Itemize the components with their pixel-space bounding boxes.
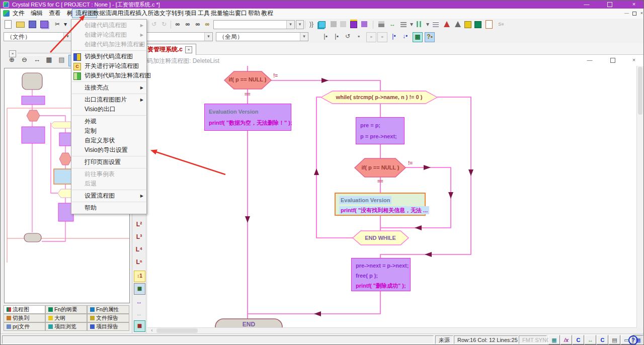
overview-zoom-in-icon[interactable]: ⊕ bbox=[7, 55, 17, 65]
menu-view[interactable]: 查看 bbox=[46, 9, 64, 18]
menu-item-create-comment-flowchart[interactable]: 创建评论流程图▶ bbox=[71, 30, 146, 40]
status-document-button[interactable]: ▤ bbox=[609, 335, 620, 344]
org-chart-icon[interactable] bbox=[463, 20, 472, 29]
margin-right-icon[interactable]: |▪ bbox=[332, 32, 341, 41]
level-3-icon[interactable]: L³ bbox=[134, 232, 144, 242]
global-scope-combobox[interactable]: （全局） ▾ bbox=[216, 32, 308, 41]
canvas-horizontal-scrollbar[interactable]: ‹ bbox=[147, 327, 636, 333]
collapse-vertical-icon[interactable]: ↓• bbox=[400, 32, 410, 41]
find-previous-icon[interactable]: ∞ bbox=[183, 20, 192, 29]
grid-dropdown-icon[interactable]: ▾ bbox=[424, 20, 431, 29]
tab-project-browse[interactable]: 项目浏览 bbox=[45, 322, 87, 331]
window-minimize-button[interactable]: — bbox=[576, 1, 597, 9]
window-close-button[interactable]: × bbox=[623, 1, 644, 9]
menu-item-create-annotated-flowchart[interactable]: 创建代码加注释流程图▶ bbox=[71, 40, 146, 49]
overview-pan-icon-disabled[interactable]: ↔ bbox=[32, 55, 42, 65]
menu-item-create-code-flowchart[interactable]: 创建代码流程图▶ bbox=[71, 21, 146, 30]
menu-item-visio-export[interactable]: Visio的出口 bbox=[71, 105, 146, 114]
align-center-icon[interactable]: ▫ bbox=[366, 32, 376, 42]
menu-item-flowchart-settings[interactable]: 设置流程图▶ bbox=[71, 191, 146, 201]
report-doc-icon[interactable] bbox=[485, 20, 494, 29]
status-grid-view-button[interactable]: ▦ bbox=[548, 335, 560, 344]
call-tree-icon[interactable] bbox=[442, 20, 451, 29]
new-file-icon[interactable] bbox=[4, 20, 13, 29]
tab-flowchart[interactable]: 流程图 bbox=[4, 305, 45, 314]
cut-icon[interactable]: ✂ bbox=[53, 20, 62, 29]
tab-file-report[interactable]: 文件报告 bbox=[87, 314, 129, 322]
doc-restore-button[interactable] bbox=[606, 56, 619, 64]
end-while-label[interactable]: END WHILE bbox=[350, 235, 411, 241]
document-tab-close-icon[interactable]: × bbox=[185, 46, 192, 53]
list-options-icon[interactable] bbox=[399, 20, 408, 29]
tab-fn-properties[interactable]: Fn的属性 bbox=[87, 305, 129, 314]
fit-page-disabled-icon[interactable]: ↔ bbox=[134, 309, 144, 319]
menu-item-appearance[interactable]: 外观 bbox=[71, 117, 146, 126]
tree-view-icon[interactable] bbox=[349, 20, 358, 29]
eval-printf-node-2-selected[interactable]: Evaluation Version printf( "没有找到相关信息，无法 … bbox=[335, 193, 426, 216]
canvas-vertical-scrollbar[interactable] bbox=[636, 66, 643, 327]
tab-outline[interactable]: 大纲 bbox=[45, 314, 87, 322]
overview-grid-icon-disabled[interactable]: ▦ bbox=[44, 55, 54, 65]
end-label[interactable]: END bbox=[217, 321, 280, 327]
braces-tool-icon[interactable]: )} bbox=[307, 20, 316, 29]
block-icon[interactable]: ▪ bbox=[354, 32, 363, 41]
file-scope-combobox[interactable]: （文件） ▾ bbox=[4, 32, 72, 41]
mdi-restore-button[interactable] bbox=[631, 10, 637, 17]
status-expression-button[interactable]: /x bbox=[560, 335, 572, 344]
menu-item-visio-export-settings[interactable]: Visio的导出设置 bbox=[71, 145, 146, 155]
symbol-combobox[interactable]: ▾ bbox=[146, 32, 213, 41]
print-preview-icon[interactable]: ▤ bbox=[56, 55, 67, 65]
find-icon[interactable]: ∞ bbox=[193, 20, 202, 29]
search-history-dropdown[interactable]: ▾ bbox=[296, 20, 304, 29]
margin-left-icon[interactable]: |▪ bbox=[321, 32, 330, 41]
open-file-icon[interactable] bbox=[16, 20, 25, 29]
level-n-icon[interactable]: Lⁿ bbox=[134, 257, 144, 268]
doc-close-button[interactable]: × bbox=[627, 56, 640, 64]
mdi-close-button[interactable]: × bbox=[638, 10, 644, 17]
chart-tool-icon[interactable] bbox=[377, 20, 386, 29]
menu-item-back[interactable]: 后退 bbox=[71, 179, 146, 189]
grid-options-icon[interactable] bbox=[415, 20, 424, 29]
vertical-scroll-thumb[interactable] bbox=[638, 67, 642, 115]
menu-file[interactable]: 文件 bbox=[10, 9, 28, 18]
find-in-files-icon[interactable]: ∞ bbox=[203, 20, 212, 29]
overview-zoom-out-icon[interactable]: ⊖ bbox=[19, 55, 30, 65]
tab-fn-outline[interactable]: Fn的纲要 bbox=[45, 305, 87, 314]
level-4-icon[interactable]: L⁴ bbox=[134, 244, 144, 255]
tab-prj-files[interactable]: prj文件 bbox=[4, 322, 45, 331]
if1-label[interactable]: if( p == NULL ) bbox=[212, 76, 283, 82]
menu-item-print-page-setup[interactable]: 打印页面设置 bbox=[71, 157, 146, 167]
menu-item-goto-case-list[interactable]: 前往事例表 bbox=[71, 169, 146, 179]
save-all-icon[interactable] bbox=[40, 20, 49, 29]
list-dropdown-icon[interactable]: ▾ bbox=[408, 20, 415, 29]
search-dropdown-arrow[interactable]: ▾ bbox=[286, 21, 294, 29]
status-code-flowchart-button[interactable]: C bbox=[597, 335, 608, 344]
menu-item-toggle-comment-flowchart[interactable]: C开关进行评论流程图 bbox=[71, 61, 146, 71]
tab-project-report[interactable]: 项目报告 bbox=[87, 322, 129, 331]
assign-node[interactable]: pre = p; p = pre->next; bbox=[356, 117, 405, 144]
mdi-minimize-button[interactable]: — bbox=[623, 10, 630, 17]
horizontal-scroll-thumb[interactable] bbox=[156, 328, 198, 333]
menu-item-export-flowchart-picture[interactable]: 出口流程图图片▶ bbox=[71, 95, 146, 105]
tab-switch-to[interactable]: 切换到 bbox=[4, 314, 45, 322]
doc-minimize-button[interactable]: — bbox=[583, 56, 596, 64]
save-file-icon[interactable] bbox=[28, 20, 37, 29]
symbol-dropdown-arrow[interactable]: ▾ bbox=[204, 33, 212, 41]
eval-printf-node-1[interactable]: Evaluation Version printf( "数据为空，无法删除！" … bbox=[204, 104, 291, 131]
export-image-icon[interactable]: ▦ bbox=[134, 283, 145, 295]
menu-item-help[interactable]: 帮助 bbox=[71, 203, 146, 213]
tree-collapse-icon[interactable] bbox=[360, 20, 369, 29]
menu-item-customize[interactable]: 定制 bbox=[71, 126, 146, 136]
stop-icon[interactable] bbox=[329, 20, 338, 29]
menu-item-switch-code-flowchart[interactable]: 切换到代码流程图 bbox=[71, 52, 146, 61]
menu-item-custom-shapes[interactable]: 自定义形状 bbox=[71, 136, 146, 145]
if2-label[interactable]: if( p == NULL ) bbox=[346, 164, 415, 170]
while-label[interactable]: while( strcmp( p->name, n ) != 0 ) bbox=[321, 94, 437, 100]
hierarchy-icon[interactable] bbox=[453, 20, 462, 29]
delete-node[interactable]: pre->next = p->next; free( p ); printf( … bbox=[351, 258, 411, 291]
help-mode-icon[interactable]: ?▪ bbox=[425, 32, 435, 42]
expand-vertical-icon[interactable]: |• bbox=[389, 32, 398, 41]
redo-icon[interactable]: ↻ bbox=[159, 20, 169, 29]
menu-item-switch-annotated-flowchart[interactable]: 切换到代码加注释流程图 bbox=[71, 71, 146, 80]
global-scope-dropdown-arrow[interactable]: ▾ bbox=[300, 33, 308, 41]
